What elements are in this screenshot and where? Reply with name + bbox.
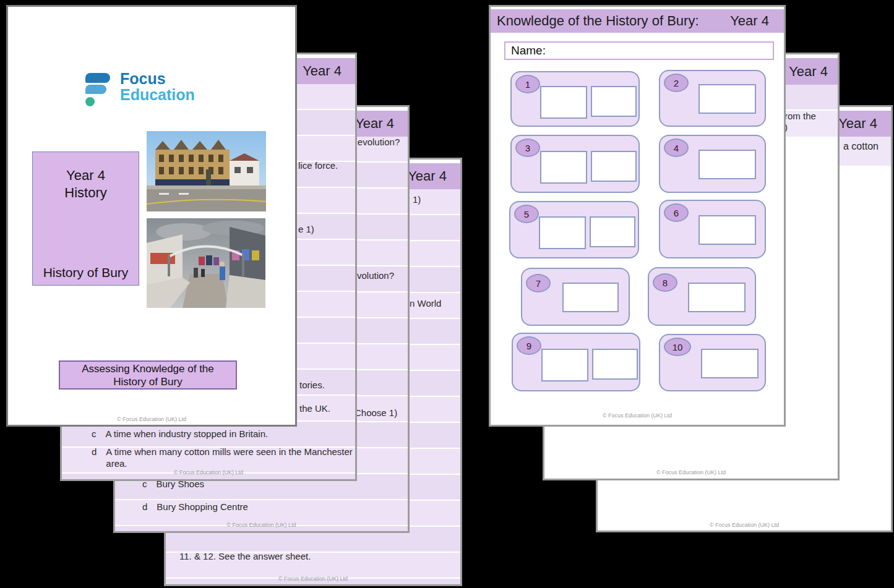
cover-title-year: Year 4	[33, 167, 139, 184]
answer-box-4: 4	[659, 135, 766, 193]
option-text: Bury Shopping Centre	[157, 501, 248, 513]
cover-title-box: Year 4 History History of Bury	[32, 151, 139, 286]
page-footer: © Focus Education (UK) Ltd	[544, 469, 838, 475]
answer-slot[interactable]	[540, 151, 587, 184]
answer-slot[interactable]	[698, 84, 756, 114]
answer-slot[interactable]	[591, 86, 637, 117]
answer-box-1-number: 1	[515, 75, 540, 93]
page-footer: © Focus Education (UK) Ltd	[8, 416, 295, 422]
option-row-d: d A time when many cotton mills were see…	[92, 446, 355, 469]
answer-sheet-title: Knowledge of the History of Bury:	[497, 13, 699, 29]
question-fragment: Revolution?	[351, 137, 400, 147]
page-footer: © Focus Education (UK) Ltd	[166, 576, 460, 582]
focus-education-logo-icon	[85, 70, 114, 115]
answer-box-3: 3	[510, 135, 640, 193]
focus-education-logo: Focus Education	[85, 70, 195, 115]
question-fragment: rom the )	[784, 111, 816, 133]
answer-slot[interactable]	[688, 283, 746, 312]
question-fragment: n World	[410, 298, 441, 309]
answer-box-6: 6	[659, 200, 766, 258]
cover-subtitle-line2: History of Bury	[113, 375, 182, 388]
cover-photo-town-square	[147, 131, 266, 211]
cover-subtitle-line1: Assessing Knowledge of the	[82, 362, 214, 375]
option-letter: d	[142, 501, 147, 513]
answer-slot[interactable]	[698, 150, 756, 179]
logo-bar-light	[85, 85, 106, 94]
answer-sheet-page: Knowledge of the History of Bury: Year 4…	[489, 5, 786, 427]
cover-title-lines: Year 4 History	[33, 152, 139, 202]
market-illustration	[147, 218, 265, 308]
slide-preview-canvas: Year 4 1) n World 11. & 12. See the answ…	[0, 0, 894, 588]
answer-box-10-number: 10	[664, 338, 691, 356]
logo-bar-dark	[85, 73, 110, 83]
answer-slot[interactable]	[590, 216, 635, 247]
answer-slot[interactable]	[591, 151, 637, 182]
answer-note: 11. & 12. See the answer sheet.	[179, 551, 311, 561]
name-label: Name:	[511, 44, 546, 58]
cover-title-subject: History	[33, 184, 139, 202]
answer-box-5-number: 5	[514, 205, 539, 223]
page-footer: © Focus Education (UK) Ltd	[598, 522, 891, 528]
logo-word-focus: Focus	[120, 70, 195, 87]
question-fragment: a cotton	[843, 141, 879, 152]
cover-photo-market	[147, 218, 265, 308]
option-letter: d	[92, 446, 97, 469]
cover-page-content: Focus Education Year 4 History History o…	[8, 7, 295, 425]
question-fragment: Choose 1)	[355, 407, 397, 418]
answer-box-7-number: 7	[526, 274, 551, 292]
answer-box-5: 5	[509, 201, 639, 258]
answer-slot[interactable]	[541, 349, 588, 381]
answer-box-3-number: 3	[515, 138, 540, 157]
answer-box-7: 7	[521, 268, 630, 326]
cover-title-topic: History of Bury	[33, 265, 139, 285]
option-row-c: c A time when industry stopped in Britai…	[92, 428, 268, 440]
answer-box-9: 9	[512, 333, 640, 391]
option-text: A time when industry stopped in Britain.	[106, 428, 269, 440]
page-footer: © Focus Education (UK) Ltd	[62, 469, 355, 475]
question-fragment-line2: )	[784, 122, 816, 133]
question-fragment: 1)	[413, 194, 421, 205]
answer-slot[interactable]	[540, 86, 587, 119]
answer-slot[interactable]	[701, 349, 759, 378]
logo-word-education: Education	[120, 87, 195, 103]
page-footer: © Focus Education (UK) Ltd	[491, 412, 784, 419]
answer-box-8: 8	[648, 267, 756, 326]
option-text: A time when many cotton mills were seen …	[106, 446, 355, 469]
question-fragment: lice force.	[298, 160, 338, 171]
cover-page: Focus Education Year 4 History History o…	[6, 5, 297, 427]
answer-slot[interactable]	[562, 283, 619, 312]
answer-sheet-year: Year 4	[730, 13, 769, 29]
option-letter: c	[92, 428, 97, 440]
logo-wordmark: Focus Education	[120, 70, 195, 115]
answer-box-8-number: 8	[653, 273, 677, 292]
answer-sheet-content: Knowledge of the History of Bury: Year 4…	[491, 7, 784, 425]
question-fragment: tories.	[299, 380, 325, 390]
answer-box-10: 10	[659, 334, 766, 391]
answer-slot[interactable]	[539, 216, 586, 249]
answer-sheet-header: Knowledge of the History of Bury: Year 4	[491, 9, 784, 33]
answer-box-9-number: 9	[517, 336, 541, 355]
town-square-illustration	[147, 131, 266, 211]
answer-box-4-number: 4	[664, 138, 689, 157]
question-fragment: e 1)	[298, 224, 314, 234]
question-fragment: the UK.	[299, 403, 330, 414]
answer-box-1: 1	[510, 71, 640, 127]
logo-teal-dot	[85, 97, 95, 106]
answer-box-6-number: 6	[664, 203, 689, 222]
answer-box-2-number: 2	[664, 74, 689, 92]
question-fragment: volution?	[357, 270, 394, 281]
answer-slot[interactable]	[592, 349, 638, 380]
option-row-d: d Bury Shopping Centre	[142, 501, 248, 513]
page-footer: © Focus Education (UK) Ltd	[115, 522, 408, 528]
answer-box-2: 2	[659, 70, 766, 127]
cover-subtitle-box: Assessing Knowledge of the History of Bu…	[59, 360, 237, 390]
question-fragment-line1: rom the	[784, 111, 816, 122]
name-field[interactable]: Name:	[504, 41, 774, 60]
answer-slot[interactable]	[698, 215, 756, 245]
